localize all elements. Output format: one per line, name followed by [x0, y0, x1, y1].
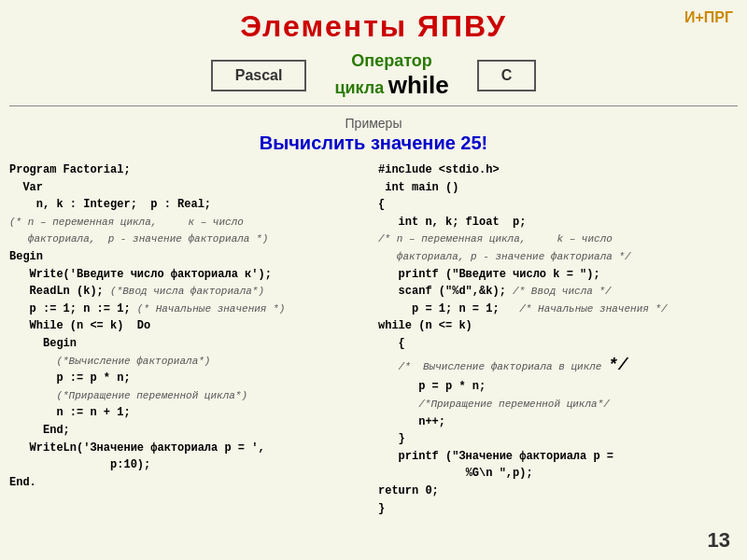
examples-title: Вычислить значение 25! [0, 133, 747, 154]
divider [9, 105, 738, 106]
page-number: 13 [708, 528, 730, 553]
c-code-text: #include <stdio.h> int main () { int n, … [378, 161, 738, 517]
code-section: Program Factorial; Var n, k : Integer; p… [0, 161, 747, 517]
c-code-block: #include <stdio.h> int main () { int n, … [378, 161, 738, 517]
pascal-code-text: Program Factorial; Var n, k : Integer; p… [9, 161, 369, 491]
header-title: Элементы ЯПВУ [0, 0, 747, 44]
c-box: C [477, 60, 537, 91]
pascal-code-block: Program Factorial; Var n, k : Integer; p… [9, 161, 369, 517]
examples-label: Примеры [0, 116, 747, 131]
operator-label: Оператор [334, 51, 448, 71]
cycle-while-line: цикла while [334, 71, 448, 100]
top-right-label: И+ПРГ [684, 9, 733, 26]
operator-section: Pascal Оператор цикла while C [0, 51, 747, 100]
while-keyword: while [388, 71, 449, 99]
operator-center: Оператор цикла while [334, 51, 448, 100]
pascal-box: Pascal [211, 60, 307, 91]
